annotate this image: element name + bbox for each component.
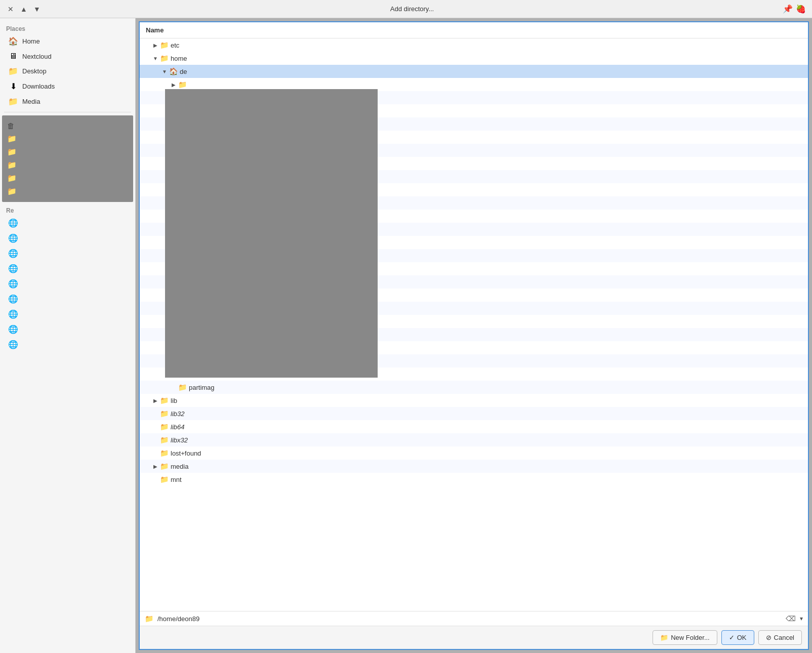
expander-lib[interactable]: ▶ [151,396,160,405]
sidebar-item-home[interactable]: 🏠 Home [2,34,133,49]
tree-label-lib32: lib32 [171,410,184,418]
tree-row-libx32[interactable]: ▶ 📁 libx32 [140,433,808,446]
expander-deon89[interactable]: ▼ [160,67,169,76]
folder-icon-4: 📁 [7,174,17,183]
gray-overlay [165,89,378,378]
sidebar-gray-trash[interactable]: 🗑 [4,119,131,132]
tree-row-etc[interactable]: ▶ 📁 etc [140,38,808,52]
strawberry-icon: 🍓 [796,4,806,14]
sidebar-recent-4[interactable]: 🌐 [2,261,133,276]
sidebar-gray-folder-3[interactable]: 📁 [4,158,131,172]
sidebar-item-media[interactable]: 📁 Media [2,94,133,109]
tree-label-deon89: de [180,68,187,75]
tree-row-home[interactable]: ▼ 📁 home [140,52,808,65]
tree-label-lib64: lib64 [171,423,184,431]
sidebar-item-desktop[interactable]: 📁 Desktop [2,64,133,78]
expander-etc[interactable]: ▶ [151,40,160,50]
media-icon: 📁 [8,97,18,106]
network-icon-1: 🌐 [8,218,18,228]
tree-row-lib32[interactable]: ▶ 📁 lib32 [140,407,808,420]
path-input[interactable] [157,615,782,623]
network-icon-3: 🌐 [8,249,18,258]
cancel-button[interactable]: ⊘ Cancel [758,630,802,645]
cancel-label: Cancel [774,634,794,641]
folder-icon-libx32: 📁 [160,436,169,444]
sidebar-recent-5[interactable]: 🌐 [2,276,133,291]
tree-row-mnt[interactable]: ▶ 📁 mnt [140,473,808,486]
sidebar-recent-9[interactable]: 🌐 [2,337,133,352]
bottom-bar: 📁 New Folder... ✓ OK ⊘ Cancel [140,626,808,649]
sidebar-divider-1 [4,112,131,112]
tree-label-mnt: mnt [171,476,182,483]
network-icon-8: 🌐 [8,324,18,334]
sidebar-item-nextcloud[interactable]: 🖥 Nextcloud [2,49,133,63]
folder-icon-etc: 📁 [160,41,169,49]
close-button[interactable]: ✕ [6,5,15,14]
sidebar-label-media: Media [22,98,40,105]
trash-icon: 🗑 [7,121,15,130]
tree-row-lost-found[interactable]: ▶ 📁 lost+found [140,446,808,460]
places-label: Places [0,22,135,33]
new-folder-button[interactable]: 📁 New Folder... [653,630,717,645]
sidebar-recent-8[interactable]: 🌐 [2,322,133,337]
window-title: Add directory... [390,5,434,13]
tree-label-media: media [171,463,188,470]
network-icon-2: 🌐 [8,233,18,243]
tree-label-home: home [171,55,187,62]
folder-icon-5: 📁 [7,187,17,196]
folder-icon-lib64: 📁 [160,423,169,431]
folder-icon-partimag: 📁 [178,383,187,391]
sidebar-gray-area: 🗑 📁 📁 📁 📁 📁 [2,115,133,202]
tree-row-lib[interactable]: ▶ 📁 lib [140,394,808,407]
sidebar-recent-6[interactable]: 🌐 [2,292,133,306]
expander-home[interactable]: ▼ [151,54,160,63]
new-folder-label: New Folder... [671,634,710,641]
folder-icon-lost-found: 📁 [160,449,169,457]
folder-icon-mnt: 📁 [160,475,169,483]
folder-icon-home: 📁 [160,54,169,62]
tree-row-lib64[interactable]: ▶ 📁 lib64 [140,420,808,433]
maximize-button[interactable]: ▼ [32,5,42,14]
tree-label-etc: etc [171,42,179,49]
main-container: Places 🏠 Home 🖥 Nextcloud 📁 Desktop ⬇ Do… [0,18,812,653]
pin-icon: 📌 [783,4,793,14]
nextcloud-icon: 🖥 [8,52,18,61]
network-icon-9: 🌐 [8,340,18,349]
sidebar-item-downloads[interactable]: ⬇ Downloads [2,79,133,94]
ok-icon: ✓ [729,634,735,641]
sidebar-gray-folder-4[interactable]: 📁 [4,172,131,185]
folder-icon-media: 📁 [160,462,169,470]
tree-label-partimag: partimag [189,384,215,391]
expander-sub1[interactable]: ▶ [169,80,178,89]
cancel-icon: ⊘ [766,634,772,641]
tree-label-lost-found: lost+found [171,450,201,457]
minimize-button[interactable]: ▲ [19,5,28,14]
sidebar-recent-7[interactable]: 🌐 [2,307,133,321]
sidebar-recent-3[interactable]: 🌐 [2,246,133,261]
folder-icon-3: 📁 [7,160,17,170]
path-clear-button[interactable]: ⌫ [786,615,796,623]
tree-header: Name [140,22,808,38]
recent-label: Re [0,204,135,215]
sidebar-recent-1[interactable]: 🌐 [2,216,133,230]
file-tree[interactable]: ▶ 📁 etc ▼ 📁 home ▼ 🏠 de ▶ 📁 [140,38,808,611]
tree-row-partimag[interactable]: ▶ 📁 partimag [140,381,808,394]
path-dropdown-button[interactable]: ▾ [800,615,803,622]
folder-icon-lib32: 📁 [160,410,169,418]
network-icon-4: 🌐 [8,264,18,273]
expander-media[interactable]: ▶ [151,462,160,471]
home-icon: 🏠 [8,36,18,46]
sidebar-recent-2[interactable]: 🌐 [2,231,133,246]
sidebar-label-home: Home [22,37,40,45]
ok-button[interactable]: ✓ OK [721,630,754,645]
sidebar-gray-folder-5[interactable]: 📁 [4,185,131,198]
tree-row-deon89[interactable]: ▼ 🏠 de [140,65,808,78]
sidebar-gray-folder-1[interactable]: 📁 [4,132,131,145]
dialog-panel: Name ▶ 📁 etc ▼ 📁 home ▼ 🏠 de [139,21,809,650]
sidebar-gray-folder-2[interactable]: 📁 [4,145,131,158]
sidebar-label-desktop: Desktop [22,67,47,75]
home-folder-icon: 🏠 [169,67,178,75]
sidebar-label-downloads: Downloads [22,83,55,90]
ok-label: OK [737,634,747,641]
tree-row-media[interactable]: ▶ 📁 media [140,460,808,473]
